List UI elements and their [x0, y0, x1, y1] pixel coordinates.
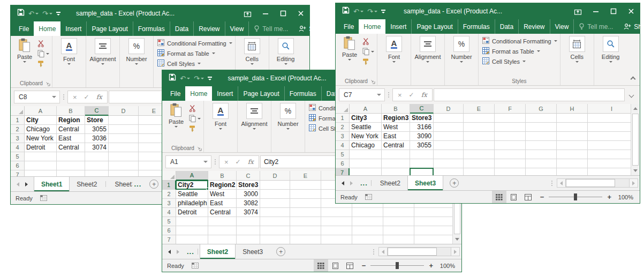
zoom-slider-track[interactable] [370, 265, 424, 266]
horizontal-scroll-track[interactable] [566, 178, 629, 188]
column-header-d[interactable]: D [109, 106, 139, 116]
cell-b1[interactable]: Region2 [208, 181, 237, 190]
cell-a2[interactable]: Seattle [176, 190, 208, 199]
cell-d6[interactable] [260, 226, 290, 235]
save-icon[interactable] [342, 6, 350, 16]
cell-i4[interactable] [588, 141, 631, 150]
cell-a5[interactable] [25, 152, 57, 161]
tab-data[interactable]: Data [170, 21, 193, 36]
cell-g7[interactable] [526, 168, 557, 175]
cell-e5[interactable] [290, 217, 321, 226]
row-header-5[interactable]: 5 [336, 150, 350, 159]
cells-button[interactable]: Cells [563, 36, 591, 63]
format-painter-button[interactable] [189, 124, 201, 132]
cell-h3[interactable] [557, 132, 588, 141]
row-header-4[interactable]: 4 [336, 141, 350, 150]
tab-formulas[interactable]: Formulas [458, 19, 495, 34]
tabbar-grip[interactable] [369, 249, 378, 255]
select-all-corner[interactable] [162, 171, 176, 181]
column-header-e[interactable]: E [290, 171, 321, 181]
cell-e2[interactable] [464, 123, 495, 132]
tab-insert[interactable]: Insert [60, 21, 86, 36]
cell-b1[interactable]: Region [57, 116, 85, 125]
ribbon-display-options-icon[interactable] [569, 3, 587, 19]
cell-i4[interactable] [414, 208, 452, 217]
cell-e6[interactable] [464, 159, 495, 168]
select-all-corner[interactable] [11, 106, 25, 116]
cell-d5[interactable] [260, 217, 290, 226]
format-as-table-button[interactable]: Format as Table [157, 48, 232, 58]
conditional-formatting-button[interactable]: Conditional Formatting [482, 36, 557, 46]
column-header-f[interactable]: F [495, 104, 526, 114]
scroll-right-icon[interactable] [451, 247, 460, 256]
dialog-launcher-icon[interactable] [197, 146, 202, 151]
cells-button[interactable]: Cells [238, 38, 266, 65]
qat-customize-icon[interactable] [56, 12, 60, 16]
enter-check-icon[interactable]: ✓ [84, 93, 89, 101]
close-icon[interactable] [292, 5, 309, 21]
column-header-d[interactable]: D [434, 104, 464, 114]
function-fx-icon[interactable]: fx [248, 158, 254, 166]
cell-c3[interactable]: 3090 [410, 132, 434, 141]
cell-c2[interactable]: 3055 [85, 125, 109, 134]
tab-insert[interactable]: Insert [212, 86, 238, 101]
sheet-tab-sheet3[interactable]: Sheet3 [236, 244, 270, 259]
scroll-left-icon[interactable] [378, 247, 388, 256]
cell-b3[interactable]: East [208, 199, 237, 208]
cell-h6[interactable] [383, 226, 414, 235]
redo-icon[interactable]: ↷ [367, 8, 377, 16]
row-header-2[interactable]: 2 [11, 125, 25, 134]
cell-a3[interactable]: New York [350, 132, 382, 141]
share-button[interactable]: Share [618, 19, 644, 34]
cell-b1[interactable]: Region3 [382, 114, 410, 123]
titlebar[interactable]: ↶ ↷ sample_data - Excel (Product Ac... [11, 5, 309, 21]
cell-e7[interactable] [464, 168, 495, 175]
undo-icon[interactable]: ↶ [353, 8, 363, 16]
paste-button[interactable]: Paste [165, 103, 187, 132]
zoom-slider-thumb[interactable] [396, 262, 399, 269]
sheet-tab-sheet2[interactable]: Sheet2 [200, 244, 236, 259]
column-header-h[interactable]: H [557, 104, 588, 114]
row-header-6[interactable]: 6 [11, 161, 25, 170]
cell-a1[interactable]: City2 [176, 181, 208, 190]
collapse-ribbon-chevron-icon[interactable] [631, 77, 636, 82]
cell-i1[interactable] [588, 114, 631, 123]
redo-icon[interactable]: ↷ [42, 10, 52, 18]
cell-c1[interactable]: Store3 [410, 114, 434, 123]
cell-f4[interactable] [495, 141, 526, 150]
normal-view-icon[interactable] [492, 191, 506, 203]
cell-c7[interactable] [237, 235, 260, 244]
format-painter-button[interactable] [362, 57, 374, 65]
cut-button[interactable] [362, 37, 374, 45]
sheet-tab-sheet3[interactable]: Sheet3 [108, 177, 132, 191]
macro-record-icon[interactable] [365, 194, 372, 200]
column-header-b[interactable]: B [208, 171, 237, 181]
cell-d4[interactable] [109, 143, 139, 152]
macro-record-icon[interactable] [192, 263, 199, 268]
cell-i5[interactable] [414, 217, 452, 226]
font-button[interactable]: A Font [207, 103, 234, 130]
save-icon[interactable] [169, 73, 176, 83]
cell-i2[interactable] [588, 123, 631, 132]
paste-button[interactable]: Paste [338, 36, 361, 65]
cell-i3[interactable] [588, 132, 631, 141]
editing-button[interactable]: Editing [272, 38, 300, 65]
ribbon-display-options-icon[interactable] [239, 5, 256, 21]
cell-a5[interactable] [350, 150, 382, 159]
tab-home[interactable]: Home [185, 86, 212, 101]
page-layout-view-icon[interactable] [506, 191, 521, 203]
cell-a3[interactable]: philadelph [176, 199, 208, 208]
enter-check-icon[interactable]: ✓ [236, 158, 241, 166]
cell-a7[interactable] [25, 170, 57, 176]
cell-c5[interactable] [410, 150, 434, 159]
cell-b7[interactable] [208, 235, 237, 244]
cell-g3[interactable] [526, 132, 557, 141]
column-header-b[interactable]: B [382, 104, 410, 114]
formula-bar-grip[interactable] [60, 94, 67, 100]
titlebar[interactable]: ↶ ↷ sample_data - Excel (Product Ac... [336, 3, 640, 19]
function-fx-icon[interactable]: fx [96, 93, 102, 101]
tab-page-layout[interactable]: Page Layout [86, 21, 132, 36]
cell-h4[interactable] [383, 208, 414, 217]
row-header-3[interactable]: 3 [336, 132, 350, 141]
cell-d7[interactable] [109, 170, 139, 176]
